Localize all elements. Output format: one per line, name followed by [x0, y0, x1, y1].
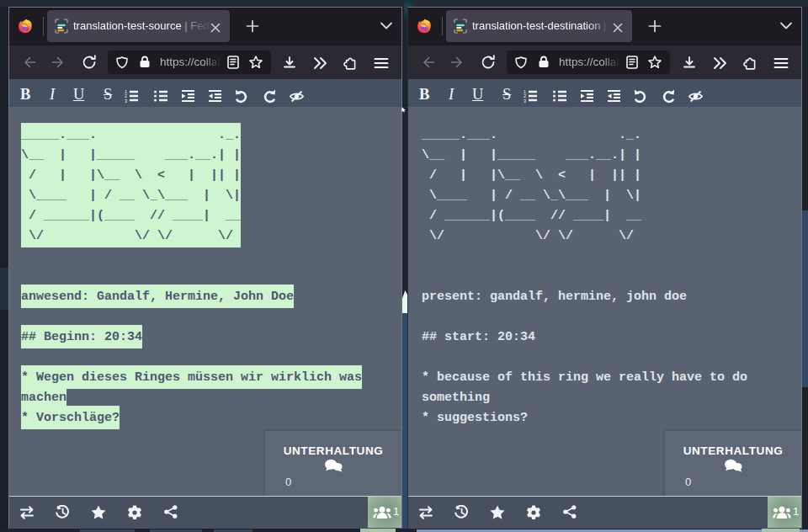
- svg-text:3: 3: [125, 98, 127, 104]
- svg-text:3: 3: [524, 98, 526, 104]
